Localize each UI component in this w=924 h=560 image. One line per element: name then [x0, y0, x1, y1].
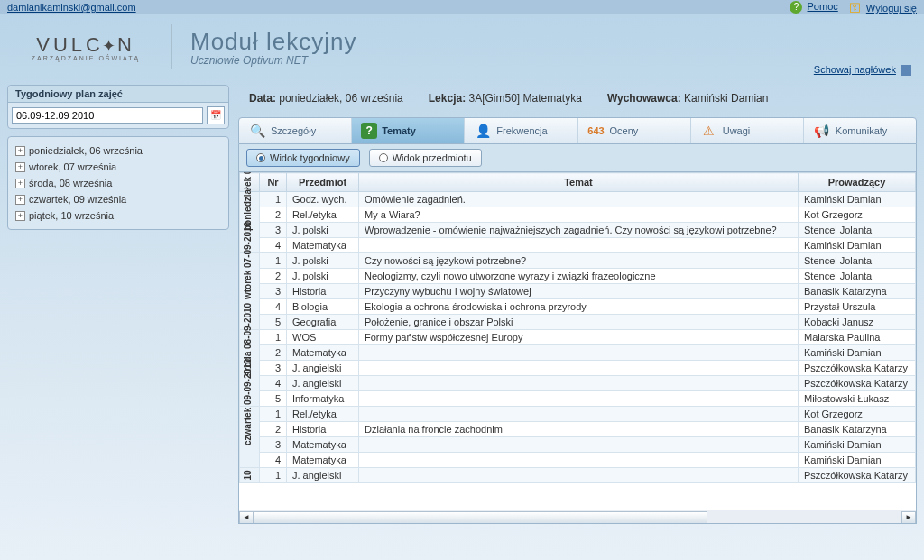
tree-item-day-0[interactable]: +poniedziałek, 06 września	[12, 142, 225, 159]
hide-header-link[interactable]: Schowaj nagłówek	[814, 64, 896, 75]
table-row[interactable]: 4MatematykaKamiński Damian	[240, 453, 916, 468]
question-icon: ?	[361, 123, 377, 139]
expand-icon[interactable]: +	[15, 211, 25, 221]
horizontal-scrollbar[interactable]: ◄ ►	[239, 510, 916, 524]
cell-topic	[359, 437, 799, 453]
date-range-input[interactable]	[12, 107, 203, 124]
tab-messages[interactable]: 📢 Komunikaty	[804, 118, 916, 143]
tab-attendance[interactable]: 👤 Frekwencja	[465, 118, 578, 143]
cell-nr: 4	[260, 238, 287, 253]
table-row[interactable]: 2HistoriaDziałania na froncie zachodnimB…	[240, 422, 916, 437]
logo-subtitle: ZARZĄDZANIE OŚWIATĄ	[18, 55, 153, 61]
logout-label[interactable]: Wyloguj się	[866, 3, 917, 14]
cell-teacher: Kamiński Damian	[799, 437, 916, 453]
cell-nr: 2	[260, 345, 287, 361]
table-row[interactable]: 4BiologiaEkologia a ochrona środowiska i…	[240, 299, 916, 315]
help-label[interactable]: Pomoc	[808, 1, 838, 12]
table-row[interactable]: środa 08-09-20101WOSFormy państw współcz…	[240, 330, 916, 345]
calendar-button[interactable]: 📅	[207, 106, 225, 124]
cell-topic: Czy nowości są językowi potrzebne?	[359, 253, 799, 269]
cell-nr: 5	[260, 315, 287, 330]
user-email-link[interactable]: damianlkaminski@gmail.com	[7, 2, 136, 13]
day-group-thu: czwartek 09-09-2010	[240, 407, 260, 468]
cell-subject: Matematyka	[287, 437, 359, 453]
tab-messages-label: Komunikaty	[836, 125, 887, 136]
cell-teacher: Pszczółkowska Katarzy	[799, 376, 916, 391]
tab-grades-label: Oceny	[610, 125, 639, 136]
expand-icon[interactable]: +	[15, 146, 25, 156]
tree-item-label: środa, 08 września	[29, 178, 112, 188]
expand-icon[interactable]: +	[15, 179, 25, 188]
table-row[interactable]: 2MatematykaKamiński Damian	[240, 345, 916, 361]
table-row[interactable]: 4MatematykaKamiński Damian	[240, 238, 916, 253]
view-week-button[interactable]: Widok tygodniowy	[246, 149, 360, 167]
collapse-icon[interactable]	[901, 65, 911, 76]
cell-teacher: Banasik Katarzyna	[799, 284, 916, 299]
lesson-info-bar: Data: poniedziałek, 06 września Lekcja: …	[238, 85, 917, 117]
table-row[interactable]: 101J. angielskiPszczółkowska Katarzy	[240, 468, 916, 483]
tab-details[interactable]: 🔍 Szczegóły	[239, 118, 352, 143]
tab-topics[interactable]: ? Tematy	[352, 118, 465, 143]
lekcja-label: Lekcja:	[429, 92, 466, 105]
table-row[interactable]: 2J. polskiNeologizmy, czyli nowo utworzo…	[240, 269, 916, 284]
radio-off-icon	[379, 153, 388, 162]
tree-item-day-3[interactable]: +czwartek, 09 września	[12, 191, 225, 207]
table-row[interactable]: poniedziałek 06-09-20101Godz. wych.Omówi…	[240, 192, 916, 207]
expand-icon[interactable]: +	[15, 162, 25, 172]
tab-notes[interactable]: ⚠ Uwagi	[691, 118, 804, 143]
warning-icon: ⚠	[700, 122, 718, 140]
cell-teacher: Kamiński Damian	[799, 345, 916, 361]
table-row[interactable]: 2Rel./etykaMy a Wiara?Kot Grzegorz	[240, 207, 916, 223]
week-plan-panel: Tygodniowy plan zajęć 📅	[7, 85, 229, 129]
cell-topic	[359, 238, 799, 253]
col-subject[interactable]: Przedmiot	[287, 173, 359, 192]
key-icon: ⚿	[849, 1, 862, 14]
table-row[interactable]: 3J. angielskiPszczółkowska Katarzy	[240, 361, 916, 376]
table-row[interactable]: 3J. polskiWprowadzenie - omówienie najwa…	[240, 223, 916, 238]
cell-nr: 1	[260, 192, 287, 207]
tree-item-day-1[interactable]: +wtorek, 07 września	[12, 159, 225, 175]
cell-subject: J. angielski	[287, 376, 359, 391]
person-icon: 👤	[474, 122, 492, 140]
divider	[171, 24, 172, 69]
view-subject-label: Widok przedmiotu	[393, 152, 472, 163]
cell-subject: J. polski	[287, 269, 359, 284]
scroll-thumb[interactable]	[254, 511, 707, 524]
tab-notes-label: Uwagi	[723, 125, 751, 136]
help-link[interactable]: ? Pomoc	[790, 1, 837, 14]
calendar-icon: 📅	[210, 111, 221, 120]
table-row[interactable]: czwartek 09-09-20101Rel./etykaKot Grzego…	[240, 407, 916, 422]
table-row[interactable]: wtorek 07-09-20101J. polskiCzy nowości s…	[240, 253, 916, 269]
tree-item-label: wtorek, 07 września	[29, 161, 116, 172]
col-topic[interactable]: Temat	[359, 173, 799, 192]
table-row[interactable]: 3HistoriaPrzyczyny wybuchu I wojny świat…	[240, 284, 916, 299]
tab-grades[interactable]: 643 Oceny	[578, 118, 691, 143]
cell-nr: 3	[260, 284, 287, 299]
grid-scroll[interactable]: Nr Przedmiot Temat Prowadzący poniedział…	[239, 172, 916, 510]
expand-icon[interactable]: +	[15, 195, 25, 205]
logo: VULC✦N ZARZĄDZANIE OŚWIATĄ	[18, 33, 153, 61]
scroll-left-arrow[interactable]: ◄	[239, 511, 254, 524]
table-row[interactable]: 5InformatykaMiłostowski Łukasz	[240, 391, 916, 407]
col-teacher[interactable]: Prowadzący	[799, 173, 916, 192]
cell-teacher: Miłostowski Łukasz	[799, 391, 916, 407]
table-row[interactable]: 3MatematykaKamiński Damian	[240, 437, 916, 453]
cell-topic	[359, 376, 799, 391]
cell-subject: J. angielski	[287, 468, 359, 483]
table-row[interactable]: 5GeografiaPołożenie, granice i obszar Po…	[240, 315, 916, 330]
cell-teacher: Kamiński Damian	[799, 192, 916, 207]
tree-item-day-4[interactable]: +piątek, 10 września	[12, 207, 225, 224]
table-row[interactable]: 4J. angielskiPszczółkowska Katarzy	[240, 376, 916, 391]
view-subject-button[interactable]: Widok przedmiotu	[369, 149, 482, 167]
cell-teacher: Stencel Jolanta	[799, 223, 916, 238]
scroll-right-arrow[interactable]: ►	[901, 511, 916, 524]
header: VULC✦N ZARZĄDZANIE OŚWIATĄ Moduł lekcyjn…	[0, 14, 924, 79]
cell-nr: 1	[260, 468, 287, 483]
tree-item-day-2[interactable]: +środa, 08 września	[12, 175, 225, 191]
cell-teacher: Stencel Jolanta	[799, 253, 916, 269]
cell-nr: 2	[260, 269, 287, 284]
col-nr[interactable]: Nr	[260, 173, 287, 192]
cell-subject: Historia	[287, 284, 359, 299]
logout-link[interactable]: ⚿ Wyloguj się	[849, 1, 917, 14]
cell-subject: J. angielski	[287, 361, 359, 376]
